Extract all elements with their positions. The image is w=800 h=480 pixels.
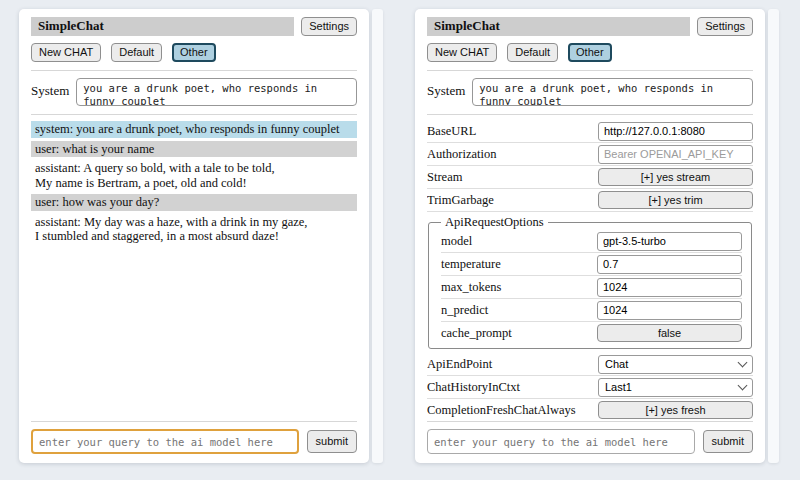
chat-window: SimpleChat Settings New CHAT Default Oth… — [19, 9, 369, 463]
divider — [427, 211, 753, 212]
baseurl-input[interactable] — [598, 122, 753, 141]
chat-history-in-ctxt-select[interactable]: Last1 — [598, 378, 753, 397]
chat-message-user: user: what is your name — [31, 141, 357, 158]
settings-row-temperature: temperature — [441, 253, 742, 275]
settings-label: BaseURL — [427, 124, 476, 139]
session-tab-other[interactable]: Other — [568, 43, 612, 62]
system-prompt-input[interactable]: you are a drunk poet, who responds in fu… — [472, 78, 753, 106]
session-toolbar: New CHAT Default Other — [427, 43, 753, 62]
divider — [427, 114, 753, 115]
app-title: SimpleChat — [427, 17, 690, 36]
settings-row-chathistoryinctxt: ChatHistoryInCtxt Last1 — [427, 376, 753, 398]
trimgarbage-toggle-button[interactable]: [+] yes trim — [598, 191, 753, 209]
query-input[interactable] — [427, 429, 695, 454]
settings-row-authorization: Authorization — [427, 143, 753, 165]
divider — [31, 114, 357, 115]
query-row: submit — [427, 429, 753, 454]
settings-label: cache_prompt — [441, 326, 512, 341]
new-chat-button[interactable]: New CHAT — [31, 43, 101, 62]
scrollbar-gutter[interactable] — [768, 9, 779, 463]
divider — [31, 70, 357, 71]
settings-label: Authorization — [427, 147, 496, 162]
settings-button[interactable]: Settings — [301, 17, 357, 36]
query-input[interactable] — [31, 429, 299, 454]
scrollbar-gutter[interactable] — [372, 9, 383, 463]
cache-prompt-toggle-button[interactable]: false — [597, 324, 742, 342]
chat-message-system: system: you are a drunk poet, who respon… — [31, 121, 357, 138]
chevron-down-icon — [738, 358, 748, 368]
system-prompt-row: System you are a drunk poet, who respond… — [31, 78, 357, 106]
chat-message-assistant: assistant: A query so bold, with a tale … — [31, 160, 357, 191]
session-tab-other[interactable]: Other — [172, 43, 216, 62]
settings-row-apiendpoint: ApiEndPoint Chat — [427, 353, 753, 375]
settings-row-cache-prompt: cache_prompt false — [441, 322, 742, 344]
settings-label: n_predict — [441, 303, 488, 318]
settings-row-model: model — [441, 230, 742, 252]
settings-row-stream: Stream [+] yes stream — [427, 166, 753, 188]
settings-window-content: SimpleChat Settings New CHAT Default Oth… — [415, 9, 765, 463]
divider — [427, 421, 753, 422]
settings-label: Stream — [427, 170, 462, 185]
settings-row-n-predict: n_predict — [441, 299, 742, 321]
submit-button[interactable]: submit — [307, 430, 357, 453]
settings-label: TrimGarbage — [427, 193, 494, 208]
stream-toggle-button[interactable]: [+] yes stream — [598, 168, 753, 186]
system-prompt-input[interactable]: you are a drunk poet, who responds in fu… — [76, 78, 357, 106]
settings-row-max-tokens: max_tokens — [441, 276, 742, 298]
settings-row-completionfreshchatalways: CompletionFreshChatAlways [+] yes fresh — [427, 399, 753, 419]
settings-label: max_tokens — [441, 280, 501, 295]
divider — [31, 421, 357, 422]
settings-label: CompletionFreshChatAlways — [427, 403, 576, 418]
max-tokens-input[interactable] — [597, 278, 742, 297]
settings-form: BaseURL Authorization Stream [+] yes str… — [427, 120, 753, 419]
app-title: SimpleChat — [31, 17, 294, 36]
chat-message-user: user: how was your day? — [31, 194, 357, 211]
api-request-options-fieldset: ApiRequestOptions model temperature max_… — [428, 215, 752, 349]
chat-message-list: system: you are a drunk poet, who respon… — [31, 121, 357, 419]
divider — [427, 70, 753, 71]
settings-row-trimgarbage: TrimGarbage [+] yes trim — [427, 189, 753, 211]
settings-label: ApiEndPoint — [427, 357, 492, 372]
completion-fresh-chat-toggle-button[interactable]: [+] yes fresh — [598, 401, 753, 419]
title-bar: SimpleChat Settings — [31, 17, 357, 36]
system-label: System — [31, 78, 69, 99]
settings-row-baseurl: BaseURL — [427, 120, 753, 142]
session-tab-default[interactable]: Default — [111, 43, 162, 62]
selected-option: Chat — [605, 358, 628, 370]
new-chat-button[interactable]: New CHAT — [427, 43, 497, 62]
settings-button[interactable]: Settings — [697, 17, 753, 36]
session-toolbar: New CHAT Default Other — [31, 43, 357, 62]
model-input[interactable] — [597, 232, 742, 251]
settings-label: temperature — [441, 257, 501, 272]
title-bar: SimpleChat Settings — [427, 17, 753, 36]
chevron-down-icon — [738, 381, 748, 391]
session-tab-default[interactable]: Default — [507, 43, 558, 62]
authorization-input[interactable] — [598, 145, 753, 164]
settings-window: SimpleChat Settings New CHAT Default Oth… — [415, 9, 765, 463]
settings-label: ChatHistoryInCtxt — [427, 380, 520, 395]
temperature-input[interactable] — [597, 255, 742, 274]
chat-message-assistant: assistant: My day was a haze, with a dri… — [31, 214, 357, 245]
system-prompt-row: System you are a drunk poet, who respond… — [427, 78, 753, 106]
selected-option: Last1 — [605, 381, 632, 393]
settings-label: model — [441, 234, 472, 249]
api-endpoint-select[interactable]: Chat — [598, 355, 753, 374]
fieldset-legend: ApiRequestOptions — [441, 215, 548, 230]
n-predict-input[interactable] — [597, 301, 742, 320]
query-row: submit — [31, 429, 357, 454]
submit-button[interactable]: submit — [703, 430, 753, 453]
system-label: System — [427, 78, 465, 99]
chat-window-content: SimpleChat Settings New CHAT Default Oth… — [19, 9, 369, 463]
